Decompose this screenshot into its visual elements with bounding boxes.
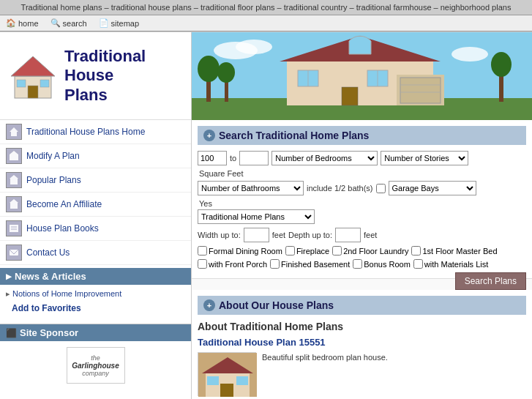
sponsor-icon: ⬛ bbox=[6, 328, 17, 338]
svg-marker-5 bbox=[10, 127, 18, 136]
nav-sitemap[interactable]: 📄 sitemap bbox=[99, 18, 140, 28]
search-row-1: to Number of Bedrooms 12345 Number of St… bbox=[198, 151, 526, 165]
sqft-from-input[interactable] bbox=[198, 151, 227, 165]
svg-point-37 bbox=[491, 52, 512, 77]
home-icon: 🏠 bbox=[6, 18, 16, 28]
materials-label: with Materials List bbox=[424, 260, 488, 269]
logo-line3: Plans bbox=[64, 86, 108, 104]
nav-bar: 🏠 home 🔍 search 📄 sitemap bbox=[0, 15, 532, 31]
bedrooms-select[interactable]: Number of Bedrooms 12345 bbox=[271, 151, 378, 165]
news-title: News & Articles bbox=[15, 271, 86, 282]
master-bed-checkbox[interactable] bbox=[411, 246, 421, 256]
sponsor-title: Site Sponsor bbox=[20, 327, 78, 338]
sidebar-popular-link[interactable]: Popular Plans bbox=[26, 175, 81, 185]
nav-books-icon bbox=[6, 220, 22, 236]
news-icon: ▶ bbox=[6, 272, 12, 280]
nav-search[interactable]: 🔍 search bbox=[50, 18, 87, 28]
sidebar-affiliate-link[interactable]: Become An Affiliate bbox=[26, 199, 102, 209]
nav-house-icon bbox=[6, 124, 22, 140]
about-plan-link[interactable]: Taditional House Plan 15551 bbox=[198, 337, 526, 348]
sidebar-item-contact[interactable]: Contact Us bbox=[0, 241, 191, 265]
nav-home[interactable]: 🏠 home bbox=[6, 18, 39, 28]
width-label: Width up to: bbox=[198, 231, 241, 239]
checkbox-row-1: Formal Dining Room Fireplace 2nd Floor L… bbox=[198, 246, 526, 256]
about-title: About Traditional Home Plans bbox=[198, 321, 526, 332]
sidebar: Traditional House Plans Traditional Hous… bbox=[0, 32, 192, 399]
main-layout: Traditional House Plans Traditional Hous… bbox=[0, 31, 532, 399]
sponsor-content: the Garlinghouse company bbox=[0, 341, 191, 389]
sqft-to-input[interactable] bbox=[239, 151, 269, 165]
about-section-title: About Our House Plans bbox=[219, 299, 334, 311]
svg-marker-10 bbox=[10, 199, 18, 203]
search-header: + Search Traditional Home Plans bbox=[198, 126, 526, 145]
svg-rect-3 bbox=[17, 80, 26, 87]
bathrooms-select[interactable]: Number of Bathrooms 11.522.53 bbox=[198, 181, 304, 195]
finished-basement-label: Finished Basement bbox=[281, 260, 350, 269]
2nd-laundry-checkbox[interactable] bbox=[332, 246, 342, 256]
stories-select[interactable]: Number of Stories 11.52 bbox=[381, 151, 468, 165]
add-favorites-link[interactable]: Add to Favorites bbox=[6, 302, 185, 315]
check-finished-basement: Finished Basement bbox=[270, 259, 350, 269]
width-input[interactable] bbox=[244, 228, 269, 242]
search-plans-button[interactable]: Search Plans bbox=[455, 272, 526, 290]
news-item-link[interactable]: ▸ Notions of Home Improvement bbox=[6, 289, 185, 299]
logo-line2: House bbox=[64, 66, 113, 84]
fireplace-checkbox[interactable] bbox=[285, 246, 295, 256]
nav-contact-icon bbox=[6, 245, 22, 261]
materials-checkbox[interactable] bbox=[413, 259, 423, 269]
formal-dining-label: Formal Dining Room bbox=[209, 247, 282, 256]
logo-line1: Traditional bbox=[64, 47, 146, 65]
check-2nd-laundry: 2nd Floor Laundry bbox=[332, 246, 408, 256]
garage-select[interactable]: Garage Bays 123 bbox=[389, 181, 476, 195]
search-section: + Search Traditional Home Plans to Numbe… bbox=[192, 120, 532, 279]
hero-house-image bbox=[192, 32, 532, 120]
finished-basement-checkbox[interactable] bbox=[270, 259, 280, 269]
top-banner: Traditional home plans – traditional hou… bbox=[0, 0, 532, 15]
svg-point-22 bbox=[198, 56, 220, 82]
svg-rect-6 bbox=[10, 154, 18, 160]
about-header: + About Our House Plans bbox=[198, 296, 526, 315]
sidebar-item-books[interactable]: House Plan Books bbox=[0, 217, 191, 241]
news-content: ▸ Notions of Home Improvement Add to Fav… bbox=[0, 285, 191, 319]
yes-label: Yes bbox=[198, 199, 526, 209]
about-description: Beautiful split bedroom plan house. bbox=[262, 352, 388, 396]
sidebar-item-affiliate[interactable]: Become An Affiliate bbox=[0, 193, 191, 217]
front-porch-checkbox[interactable] bbox=[198, 259, 207, 269]
svg-rect-41 bbox=[220, 384, 233, 397]
nav-affiliate-icon bbox=[6, 196, 22, 212]
svg-rect-31 bbox=[342, 87, 358, 105]
depth-label: Depth up to: bbox=[288, 231, 332, 239]
svg-marker-8 bbox=[10, 175, 18, 179]
sidebar-contact-link[interactable]: Contact Us bbox=[26, 247, 70, 258]
formal-dining-checkbox[interactable] bbox=[198, 246, 207, 256]
about-section: + About Our House Plans About Traditiona… bbox=[192, 290, 532, 399]
half-bath-label: include 1/2 bath(s) bbox=[307, 184, 373, 193]
sidebar-modify-link[interactable]: Modify A Plan bbox=[26, 151, 80, 161]
check-master-bed: 1st Floor Master Bed bbox=[411, 246, 497, 256]
sidebar-item-modify[interactable]: Modify A Plan bbox=[0, 144, 191, 168]
sidebar-books-link[interactable]: House Plan Books bbox=[26, 223, 99, 234]
about-content-row: Beautiful split bedroom plan house. bbox=[198, 352, 526, 396]
sidebar-home-link[interactable]: Traditional House Plans Home bbox=[26, 127, 145, 137]
bonus-room-checkbox[interactable] bbox=[353, 259, 362, 269]
checkbox-row-2: with Front Porch Finished Basement Bonus… bbox=[198, 259, 526, 269]
logo-area: Traditional House Plans bbox=[0, 32, 191, 120]
sidebar-item-popular[interactable]: Popular Plans bbox=[0, 168, 191, 193]
sponsor-line2: Garlinghouse bbox=[72, 362, 119, 370]
half-bath-checkbox[interactable] bbox=[376, 184, 386, 193]
nav-modify-icon bbox=[6, 148, 22, 164]
svg-rect-4 bbox=[40, 80, 49, 87]
depth-feet-label: feet bbox=[364, 231, 377, 239]
sqft-to-label: to bbox=[230, 154, 236, 163]
search-row-4: Width up to: feet Depth up to: feet bbox=[198, 228, 526, 242]
check-bonus-room: Bonus Room bbox=[353, 259, 411, 269]
depth-input[interactable] bbox=[335, 228, 361, 242]
news-arrow-small: ▸ bbox=[6, 289, 10, 298]
bonus-room-label: Bonus Room bbox=[364, 260, 411, 269]
svg-rect-9 bbox=[10, 179, 18, 184]
sidebar-item-home[interactable]: Traditional House Plans Home bbox=[0, 120, 191, 144]
plan-type-select[interactable]: Traditional Home Plans bbox=[198, 209, 315, 224]
logo-icon bbox=[7, 51, 59, 102]
right-content: + Search Traditional Home Plans to Numbe… bbox=[192, 32, 532, 399]
sqft-unit-label: Square Feet bbox=[198, 169, 526, 181]
